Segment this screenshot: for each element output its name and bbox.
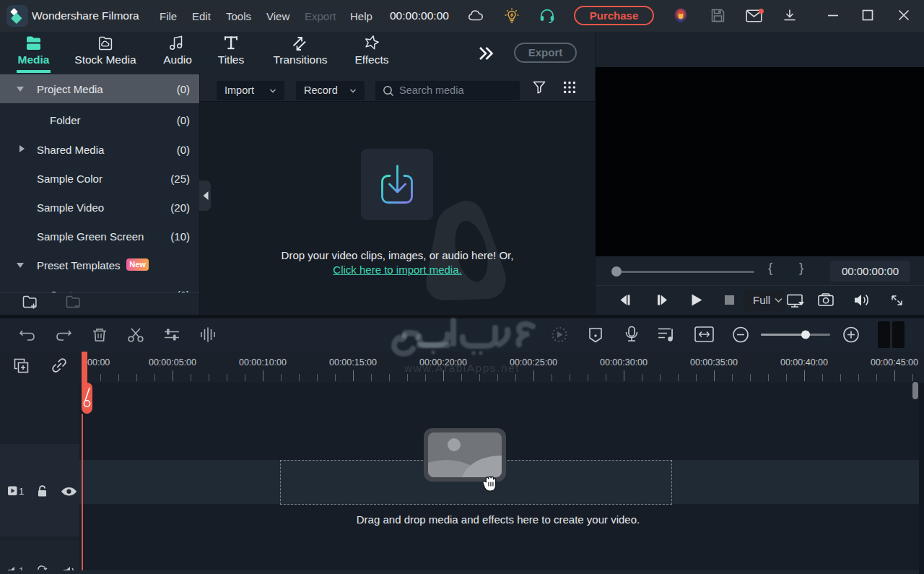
svg-text:00:00:10:00: 00:00:10:00 — [239, 357, 287, 368]
svg-text:00:00:35:00: 00:00:35:00 — [690, 357, 738, 368]
svg-text:Full: Full — [753, 294, 770, 306]
svg-text:1: 1 — [19, 486, 24, 497]
svg-text:00:00:40:00: 00:00:40:00 — [780, 357, 828, 368]
svg-text:00:00:30:00: 00:00:30:00 — [600, 357, 648, 368]
svg-text:00:00:45:00: 00:00:45:00 — [871, 357, 918, 368]
svg-text:00:00:05:00: 00:00:05:00 — [149, 357, 196, 368]
svg-text:00:00: 00:00 — [87, 357, 110, 368]
